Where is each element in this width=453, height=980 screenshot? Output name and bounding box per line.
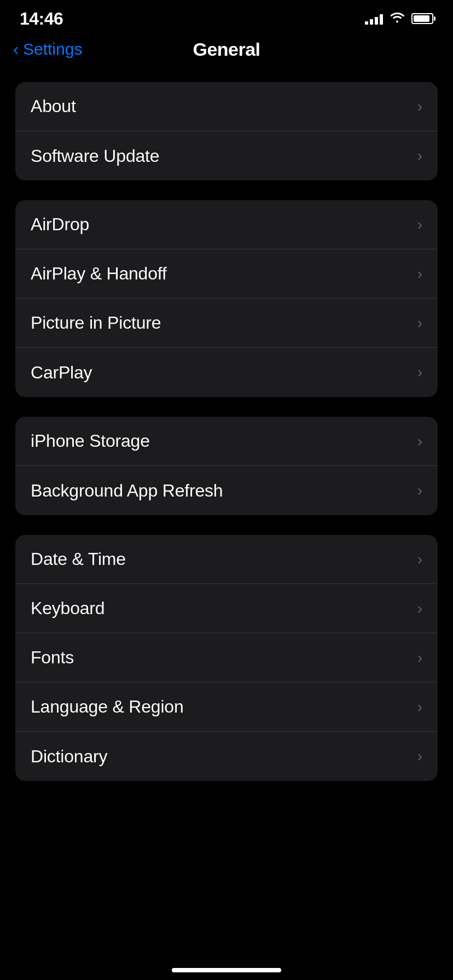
- background-app-refresh-chevron-icon: ›: [417, 482, 422, 499]
- dictionary-chevron-icon: ›: [417, 748, 422, 765]
- language-region-label: Language & Region: [31, 697, 184, 717]
- back-chevron-icon: ‹: [13, 40, 19, 59]
- settings-row-keyboard[interactable]: Keyboard ›: [15, 584, 438, 633]
- settings-row-iphone-storage[interactable]: iPhone Storage ›: [15, 417, 438, 466]
- battery-icon: [411, 13, 433, 24]
- status-icons: [365, 11, 433, 26]
- settings-row-software-update[interactable]: Software Update ›: [15, 131, 438, 180]
- settings-row-airplay-handoff[interactable]: AirPlay & Handoff ›: [15, 249, 438, 299]
- settings-group-1: About › Software Update ›: [15, 82, 438, 180]
- background-app-refresh-label: Background App Refresh: [31, 481, 223, 501]
- date-time-label: Date & Time: [31, 549, 126, 569]
- airdrop-chevron-icon: ›: [417, 216, 422, 234]
- picture-in-picture-chevron-icon: ›: [417, 314, 422, 332]
- settings-row-about[interactable]: About ›: [15, 82, 438, 131]
- back-button[interactable]: ‹ Settings: [13, 40, 82, 59]
- settings-group-2: AirDrop › AirPlay & Handoff › Picture in…: [15, 200, 438, 397]
- settings-row-picture-in-picture[interactable]: Picture in Picture ›: [15, 299, 438, 348]
- signal-icon: [365, 13, 383, 25]
- airplay-handoff-label: AirPlay & Handoff: [31, 264, 167, 284]
- software-update-chevron-icon: ›: [417, 147, 422, 165]
- carplay-label: CarPlay: [31, 363, 92, 383]
- status-bar: 14:46: [0, 0, 453, 33]
- home-indicator: [172, 968, 281, 972]
- settings-row-dictionary[interactable]: Dictionary ›: [15, 732, 438, 781]
- settings-row-background-app-refresh[interactable]: Background App Refresh ›: [15, 466, 438, 515]
- settings-row-airdrop[interactable]: AirDrop ›: [15, 200, 438, 249]
- airdrop-label: AirDrop: [31, 214, 89, 235]
- nav-bar: ‹ Settings General: [0, 33, 453, 71]
- settings-content: About › Software Update › AirDrop › AirP…: [0, 82, 453, 781]
- about-chevron-icon: ›: [417, 98, 422, 115]
- airplay-handoff-chevron-icon: ›: [417, 265, 422, 283]
- fonts-label: Fonts: [31, 648, 74, 668]
- page-title: General: [193, 39, 260, 60]
- picture-in-picture-label: Picture in Picture: [31, 313, 161, 333]
- settings-row-language-region[interactable]: Language & Region ›: [15, 682, 438, 732]
- keyboard-label: Keyboard: [31, 598, 104, 619]
- settings-group-3: iPhone Storage › Background App Refresh …: [15, 417, 438, 515]
- iphone-storage-label: iPhone Storage: [31, 431, 150, 451]
- carplay-chevron-icon: ›: [417, 364, 422, 381]
- wifi-icon: [390, 11, 405, 26]
- back-label: Settings: [23, 40, 82, 59]
- language-region-chevron-icon: ›: [417, 698, 422, 716]
- fonts-chevron-icon: ›: [417, 649, 422, 667]
- about-label: About: [31, 96, 76, 116]
- software-update-label: Software Update: [31, 146, 159, 166]
- iphone-storage-chevron-icon: ›: [417, 433, 422, 450]
- settings-row-date-time[interactable]: Date & Time ›: [15, 535, 438, 584]
- settings-row-fonts[interactable]: Fonts ›: [15, 633, 438, 682]
- date-time-chevron-icon: ›: [417, 551, 422, 568]
- dictionary-label: Dictionary: [31, 746, 107, 767]
- settings-group-4: Date & Time › Keyboard › Fonts › Languag…: [15, 535, 438, 781]
- status-time: 14:46: [20, 9, 63, 29]
- settings-row-carplay[interactable]: CarPlay ›: [15, 348, 438, 397]
- keyboard-chevron-icon: ›: [417, 600, 422, 617]
